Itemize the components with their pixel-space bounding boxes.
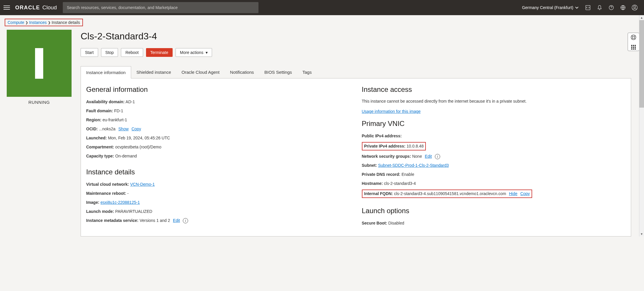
subnet-link[interactable]: Subnet-SDDC-Prod-1-Cls-2-Standard3 — [378, 163, 449, 168]
fqdn-label: Internal FQDN: — [364, 191, 393, 196]
hostname-value: cls-2-standard3-4 — [384, 181, 416, 186]
more-actions-button[interactable]: More actions ▾ — [176, 48, 212, 57]
launch-mode-label: Launch mode: — [86, 209, 114, 214]
launched-value: Mon, Feb 19, 2024, 05:45:26 UTC — [108, 136, 170, 140]
maint-value: - — [127, 191, 129, 196]
tab-row: Instance information Shielded instance O… — [81, 66, 631, 78]
svg-point-6 — [632, 36, 634, 38]
secure-boot-label: Secure Boot: — [362, 221, 387, 225]
vertical-scrollbar[interactable]: ▲ ▼ — [639, 15, 644, 236]
breadcrumb-current: Instance details — [52, 20, 80, 25]
ocid-label: OCID: — [86, 127, 98, 131]
ocid-copy-link[interactable]: Copy — [131, 127, 141, 131]
info-icon[interactable]: i — [435, 154, 440, 159]
breadcrumb-compute[interactable]: Compute — [8, 20, 24, 25]
status-text: RUNNING — [5, 100, 74, 105]
globe-icon[interactable] — [618, 2, 628, 13]
tab-agent[interactable]: Oracle Cloud Agent — [176, 66, 225, 78]
top-header: ORACLE Cloud Germany Central (Frankfurt) — [0, 0, 644, 15]
capacity-value: On-demand — [115, 154, 137, 158]
terminate-button[interactable]: Terminate — [146, 48, 173, 57]
info-icon[interactable]: i — [183, 218, 188, 223]
tab-instance-info[interactable]: Instance information — [81, 66, 131, 78]
scroll-down-icon[interactable]: ▼ — [639, 232, 644, 236]
ocid-show-link[interactable]: Show — [118, 127, 129, 131]
usage-link[interactable]: Usage information for this image — [362, 109, 421, 114]
ad-label: Availability domain: — [86, 99, 125, 104]
tab-bios[interactable]: BIOS Settings — [259, 66, 297, 78]
subnet-label: Subnet: — [362, 163, 377, 168]
action-bar: Start Stop Reboot Terminate More actions… — [81, 48, 631, 57]
tab-shielded[interactable]: Shielded instance — [131, 66, 176, 78]
vnic-heading: Primary VNIC — [362, 120, 626, 128]
region-label: Region: — [86, 118, 101, 122]
dns-value: Enable — [402, 172, 414, 177]
vcn-label: Virtual cloud network: — [86, 182, 129, 187]
menu-icon[interactable] — [4, 4, 10, 11]
scroll-up-icon[interactable]: ▲ — [639, 15, 644, 20]
priv-ip-value: 10.0.8.48 — [407, 144, 423, 148]
reboot-button[interactable]: Reboot — [121, 48, 143, 57]
breadcrumb: Compute ❯ Instances ❯ Instance details — [5, 19, 83, 26]
fqdn-value: cls-2-standard3-4.sub11090541581.vcndemo… — [394, 191, 506, 196]
scroll-thumb[interactable] — [639, 20, 644, 108]
hostname-label: Hostname: — [362, 181, 383, 186]
dev-tools-icon[interactable] — [583, 2, 593, 13]
access-heading: Instance access — [362, 85, 626, 94]
content-area: Compute ❯ Instances ❯ Instance details R… — [0, 15, 644, 236]
capacity-label: Capacity type: — [86, 154, 114, 158]
general-heading: General information — [86, 85, 350, 94]
tab-tags[interactable]: Tags — [297, 66, 317, 78]
fqdn-copy-link[interactable]: Copy — [520, 191, 530, 196]
details-heading: Instance details — [86, 168, 350, 176]
meta-edit-link[interactable]: Edit — [173, 218, 180, 223]
tab-panel: General information Availability domain:… — [81, 78, 631, 236]
nsg-edit-link[interactable]: Edit — [425, 154, 432, 159]
nsg-label: Network security groups: — [362, 154, 411, 159]
nsg-value: None — [412, 154, 422, 159]
stop-button[interactable]: Stop — [101, 48, 118, 57]
launch-mode-value: PARAVIRTUALIZED — [115, 209, 152, 214]
secure-boot-value: Disabled — [388, 221, 404, 225]
ocid-value: ...noks2a — [99, 127, 116, 131]
brand-logo[interactable]: ORACLE Cloud — [15, 4, 57, 11]
compartment-value: ocvptestbeta (root)/Demo — [115, 145, 162, 149]
notifications-icon[interactable] — [594, 2, 605, 13]
help-widget[interactable] — [628, 33, 639, 51]
meta-label: Instance metadata service: — [86, 218, 138, 223]
profile-icon[interactable] — [629, 2, 640, 13]
priv-ip-label: Private IPv4 address: — [364, 144, 406, 148]
compartment-label: Compartment: — [86, 145, 114, 149]
dns-label: Private DNS record: — [362, 172, 400, 177]
vcn-link[interactable]: VCN-Demo-1 — [130, 182, 155, 187]
chevron-right-icon: ❯ — [25, 21, 28, 24]
fd-label: Fault domain: — [86, 108, 113, 113]
lifebuoy-icon — [628, 34, 639, 42]
access-desc: This instance cannot be accessed directl… — [362, 99, 626, 104]
fd-value: FD-1 — [114, 108, 123, 113]
tab-notifications[interactable]: Notifications — [225, 66, 259, 78]
ad-value: AD-1 — [126, 99, 135, 104]
region-selector[interactable]: Germany Central (Frankfurt) — [522, 5, 579, 10]
instance-status-badge — [7, 30, 72, 97]
page-title: Cls-2-Standard3-4 — [81, 31, 631, 42]
launch-options-heading: Launch options — [362, 207, 626, 215]
grid-icon — [631, 45, 636, 50]
breadcrumb-instances[interactable]: Instances — [29, 20, 47, 25]
launched-label: Launched: — [86, 136, 107, 140]
meta-value: Versions 1 and 2 — [140, 218, 170, 223]
fqdn-hide-link[interactable]: Hide — [509, 191, 518, 196]
start-button[interactable]: Start — [81, 48, 98, 57]
caret-down-icon: ▾ — [206, 50, 208, 55]
chevron-right-icon: ❯ — [48, 21, 51, 24]
image-label: Image: — [86, 200, 99, 205]
svg-point-4 — [634, 6, 636, 8]
image-link[interactable]: esxi8u1c-22088125-1 — [100, 200, 140, 205]
help-icon[interactable] — [606, 2, 617, 13]
search-input[interactable] — [63, 2, 258, 13]
pub-ip-label: Public IPv4 address: — [362, 134, 402, 138]
region-value: eu-frankfurt-1 — [103, 118, 127, 122]
maint-label: Maintenance reboot: — [86, 191, 126, 196]
